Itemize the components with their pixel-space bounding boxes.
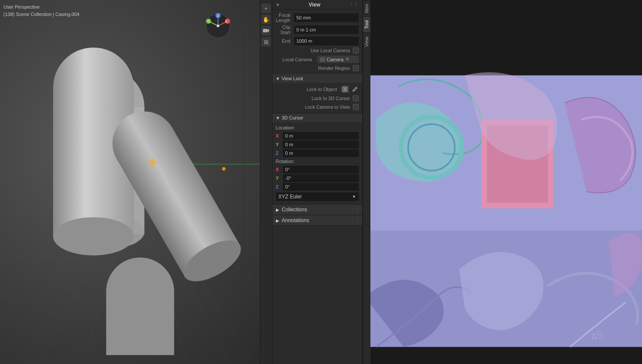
camera-remove-icon[interactable]: ✕ — [345, 56, 349, 62]
lock-camera-to-view-checkbox[interactable] — [353, 104, 359, 110]
tab-view[interactable]: View — [363, 33, 370, 50]
lock-eyedropper-icon[interactable] — [351, 85, 359, 93]
annotations-caret: ▶ — [276, 218, 279, 223]
lock-to-object-label: Lock to Object — [276, 87, 341, 92]
svg-text:X: X — [225, 19, 228, 23]
rotation-label: Rotation: — [272, 157, 362, 165]
annotations-label: Annotations — [282, 217, 309, 223]
move-icon[interactable]: ✋ — [261, 15, 271, 24]
view-lock-content: Lock to Object Lock to 3D Cursor Lock Ca… — [272, 83, 362, 113]
camera-icon[interactable] — [261, 26, 271, 35]
cursor-z-label: Z — [276, 151, 283, 156]
svg-text:Z: Z — [217, 14, 219, 18]
collections-caret: ▶ — [276, 207, 279, 212]
axis-gizmo[interactable]: X Y Z — [205, 13, 231, 39]
camera-chip-icon — [320, 57, 325, 62]
svg-rect-45 — [263, 29, 267, 32]
cursor-3d-title: 3D Cursor — [281, 115, 303, 120]
svg-point-33 — [222, 167, 225, 171]
cursor-rz-label: Z — [276, 184, 283, 189]
clip-start-input[interactable] — [294, 25, 359, 34]
svg-text:Y: Y — [207, 19, 210, 23]
properties-panel: ▼ View ⋮⋮ Focal Length Clip Start End Us… — [272, 0, 363, 364]
cursor-y-label: Y — [276, 142, 283, 147]
svg-point-22 — [53, 217, 134, 256]
use-local-camera-label: Use Local Camera — [310, 48, 350, 53]
cursor-rz-row: Z — [272, 182, 362, 191]
view-section: Focal Length Clip Start End Use Local Ca… — [272, 10, 362, 74]
cursor-y-row: Y — [272, 140, 362, 149]
3d-scene — [0, 0, 272, 364]
cursor-3d-section: ▼ 3D Cursor Location: X Y Z Rotation: — [272, 113, 362, 204]
lock-to-object-button[interactable] — [341, 85, 349, 93]
clip-end-row: End — [272, 36, 362, 46]
cursor-ry-row: Y — [272, 174, 362, 182]
euler-label: XYZ Euler — [278, 194, 302, 200]
local-camera-chip[interactable]: Camera ✕ — [317, 56, 359, 63]
svg-rect-27 — [106, 292, 174, 355]
cursor-rz-input[interactable] — [283, 183, 359, 191]
cursor-3d-header[interactable]: ▼ 3D Cursor — [272, 113, 362, 122]
render-region-checkbox[interactable] — [353, 65, 359, 71]
euler-row: XYZ Euler ▼ — [272, 191, 362, 202]
panel-title: View — [309, 2, 320, 8]
cursor-x-row: X — [272, 132, 362, 140]
tab-item[interactable]: Item — [363, 0, 370, 16]
lock-camera-to-view-label: Lock Camera to View — [305, 104, 350, 110]
local-camera-row: Local Camera Camera ✕ — [272, 55, 362, 64]
euler-dropdown[interactable]: XYZ Euler ▼ — [276, 192, 359, 201]
lock-to-object-row: Lock to Object — [272, 85, 362, 94]
annotations-row[interactable]: ▶ Annotations ⋮⋮ — [272, 215, 362, 226]
cursor-ry-input[interactable] — [283, 174, 359, 182]
cursor-y-input[interactable] — [283, 141, 359, 148]
render-region-label: Render Region — [318, 66, 350, 71]
viewport-info: User Perspective (138) Scene Collection … — [3, 3, 79, 18]
panel-menu-icon[interactable]: ⋮⋮ — [349, 2, 358, 8]
clip-end-input[interactable] — [294, 37, 359, 45]
annotations-menu-icon[interactable]: ⋮⋮ — [350, 218, 359, 223]
location-label: Location: — [272, 124, 362, 132]
use-local-camera-row: Use Local Camera — [272, 46, 362, 55]
lock-to-3d-cursor-checkbox[interactable] — [353, 95, 359, 101]
cursor-x-label: X — [276, 133, 283, 138]
viewport-scene: (138) Scene Collection | Casing.004 — [3, 11, 79, 18]
focal-length-label: Focal Length — [276, 13, 294, 23]
panel-header: ▼ View ⋮⋮ — [272, 0, 362, 10]
collections-label: Collections — [282, 207, 307, 213]
view-lock-title: View Lock — [281, 76, 303, 81]
collections-menu-icon[interactable]: ⋮⋮ — [350, 207, 359, 212]
cursor-rx-input[interactable] — [283, 166, 359, 173]
clip-start-label: Clip Start — [276, 25, 294, 35]
lock-to-3d-cursor-label: Lock to 3D Cursor — [312, 96, 350, 101]
svg-marker-46 — [267, 29, 269, 32]
tab-tool[interactable]: Tool — [363, 16, 370, 32]
cursor-3d-content: Location: X Y Z Rotation: X — [272, 122, 362, 204]
viewport-3d[interactable]: User Perspective (138) Scene Collection … — [0, 0, 272, 364]
local-camera-label: Local Camera — [276, 57, 316, 62]
focal-length-row: Focal Length — [272, 12, 362, 24]
view-lock-section: ▼ View Lock Lock to Object Lock to 3D Cu… — [272, 74, 362, 113]
cursor-z-row: Z — [272, 149, 362, 157]
cursor-caret: ▼ — [276, 116, 280, 120]
viewport-toolbar: + ✋ ⊞ — [260, 0, 272, 364]
viewport-mode: User Perspective — [3, 3, 79, 11]
use-local-camera-checkbox[interactable] — [353, 47, 359, 53]
view-lock-caret: ▼ — [276, 76, 280, 81]
cursor-x-input[interactable] — [283, 132, 359, 140]
camera-name: Camera — [327, 57, 344, 62]
view-lock-header[interactable]: ▼ View Lock — [272, 74, 362, 83]
lock-to-3d-cursor-row: Lock to 3D Cursor — [272, 94, 362, 103]
collections-row[interactable]: ▶ Collections ⋮⋮ — [272, 204, 362, 215]
render-region-row: Render Region — [272, 64, 362, 72]
grid-icon[interactable]: ⊞ — [261, 37, 271, 47]
svg-line-49 — [355, 88, 356, 89]
zoom-icon[interactable]: + — [261, 3, 271, 13]
panel-collapse-icon[interactable]: ▼ — [276, 3, 280, 7]
euler-arrow-icon: ▼ — [352, 195, 356, 199]
lock-camera-to-view-row: Lock Camera to View — [272, 103, 362, 111]
clip-end-label: End — [276, 38, 294, 44]
side-tabs: Item Tool View — [363, 0, 370, 364]
focal-length-input[interactable] — [294, 13, 359, 22]
render-image: 45 — [370, 58, 642, 364]
cursor-z-input[interactable] — [283, 149, 359, 157]
